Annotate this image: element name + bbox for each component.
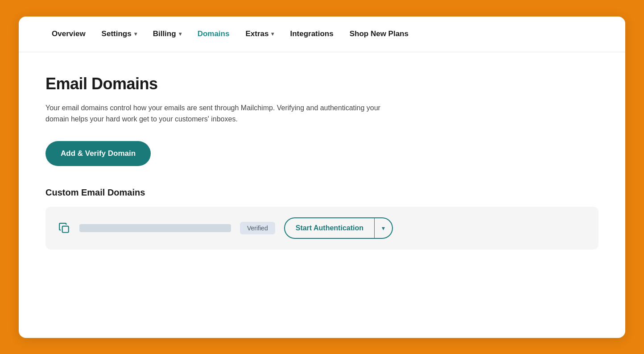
nav-item-integrations[interactable]: Integrations xyxy=(284,25,339,43)
page-description: Your email domains control how your emai… xyxy=(45,102,393,125)
nav-item-settings[interactable]: Settings ▾ xyxy=(95,25,143,43)
nav-label-domains: Domains xyxy=(198,29,230,38)
custom-email-domains-heading: Custom Email Domains xyxy=(45,187,599,198)
chevron-down-icon: ▾ xyxy=(382,225,385,232)
nav-label-billing: Billing xyxy=(153,29,176,38)
domain-list: Verified Start Authentication ▾ xyxy=(45,207,599,250)
page-content: Email Domains Your email domains control… xyxy=(19,52,625,272)
nav-label-extras: Extras xyxy=(245,29,268,38)
nav-item-billing[interactable]: Billing ▾ xyxy=(147,25,188,43)
main-card: Overview Settings ▾ Billing ▾ Domains Ex… xyxy=(19,17,625,338)
nav-label-settings: Settings xyxy=(102,29,132,38)
nav-label-shop-new-plans: Shop New Plans xyxy=(350,29,409,38)
start-authentication-button[interactable]: Start Authentication xyxy=(285,219,374,237)
auth-button-group: Start Authentication ▾ xyxy=(284,217,393,239)
nav-label-integrations: Integrations xyxy=(290,29,333,38)
chevron-down-icon: ▾ xyxy=(179,31,182,37)
svg-rect-0 xyxy=(62,226,69,232)
nav-item-shop-new-plans[interactable]: Shop New Plans xyxy=(343,25,415,43)
nav-item-overview[interactable]: Overview xyxy=(45,25,92,43)
add-verify-domain-button[interactable]: Add & Verify Domain xyxy=(45,141,151,166)
nav-bar: Overview Settings ▾ Billing ▾ Domains Ex… xyxy=(19,17,625,52)
auth-dropdown-chevron-button[interactable]: ▾ xyxy=(375,219,392,237)
nav-item-domains[interactable]: Domains xyxy=(191,25,236,43)
page-title: Email Domains xyxy=(45,75,599,93)
verified-badge: Verified xyxy=(240,222,275,234)
chevron-down-icon: ▾ xyxy=(271,31,274,37)
chevron-down-icon: ▾ xyxy=(134,31,137,37)
copy-icon xyxy=(58,222,70,234)
nav-item-extras[interactable]: Extras ▾ xyxy=(239,25,280,43)
table-row: Verified Start Authentication ▾ xyxy=(58,217,586,239)
nav-label-overview: Overview xyxy=(52,29,86,38)
domain-name-placeholder xyxy=(79,224,231,232)
